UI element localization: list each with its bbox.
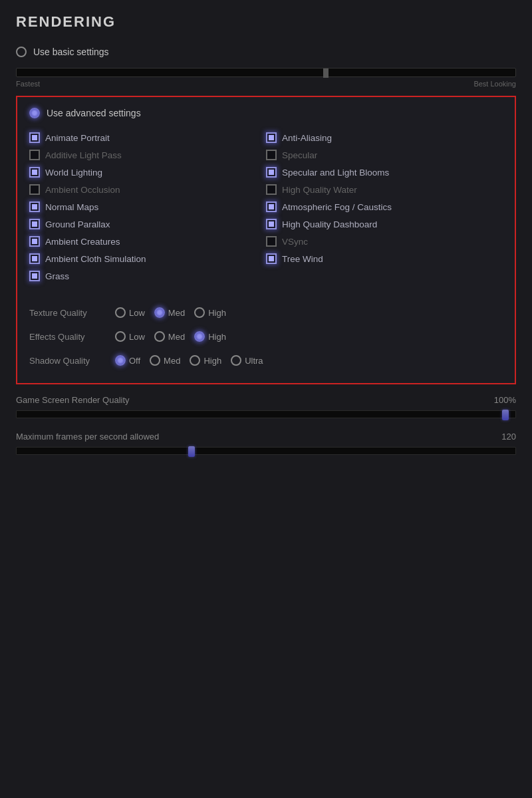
checkbox-animate-portrait[interactable]: Animate Portrait [29, 129, 266, 146]
checkbox-ambient-creatures-box[interactable] [29, 236, 40, 247]
checkbox-grass[interactable]: Grass [29, 267, 266, 285]
effects-quality-low[interactable]: Low [115, 331, 145, 342]
texture-quality-med[interactable]: Med [154, 307, 185, 318]
shadow-quality-high-radio[interactable] [190, 355, 200, 366]
shadow-quality-label: Shadow Quality [29, 356, 106, 366]
checkbox-normal-maps-box[interactable] [29, 201, 40, 212]
checkbox-ground-parallax-label: Ground Parallax [45, 219, 110, 229]
max-frames-label: Maximum frames per second allowed [16, 432, 159, 442]
checkbox-anti-aliasing-box[interactable] [266, 132, 277, 143]
texture-quality-low[interactable]: Low [115, 307, 145, 318]
texture-quality-label: Texture Quality [29, 308, 106, 318]
checkbox-additive-light-pass-box[interactable] [29, 150, 40, 160]
checkbox-grass-label: Grass [45, 271, 69, 281]
checkbox-specular-label: Specular [282, 150, 317, 160]
checkbox-hq-dashboard[interactable]: High Quality Dashboard [266, 215, 503, 233]
checkbox-animate-portrait-label: Animate Portrait [45, 133, 110, 143]
shadow-quality-med[interactable]: Med [150, 355, 180, 366]
shadow-quality-off-radio[interactable] [115, 355, 126, 366]
checkbox-specular-box[interactable] [266, 150, 277, 160]
checkbox-tree-wind[interactable]: Tree Wind [266, 250, 503, 267]
texture-quality-row: Texture Quality Low Med High [29, 301, 503, 325]
checkbox-animate-portrait-box[interactable] [29, 132, 40, 143]
effects-quality-label: Effects Quality [29, 332, 106, 342]
checkbox-normal-maps-label: Normal Maps [45, 202, 98, 212]
checkbox-hq-water-label: High Quality Water [282, 185, 357, 195]
effects-quality-high-radio[interactable] [194, 331, 205, 342]
checkbox-ground-parallax[interactable]: Ground Parallax [29, 215, 266, 233]
game-screen-render-quality-label: Game Screen Render Quality [16, 395, 130, 405]
checkbox-world-lighting[interactable]: World Lighting [29, 164, 266, 181]
shadow-quality-med-label: Med [164, 356, 180, 366]
slider-label-fastest: Fastest [16, 80, 40, 88]
max-frames-header: Maximum frames per second allowed 120 [16, 432, 516, 442]
checkbox-vsync-label: VSync [282, 237, 308, 247]
checkbox-specular[interactable]: Specular [266, 146, 503, 164]
checkbox-ambient-creatures[interactable]: Ambient Creatures [29, 233, 266, 250]
checkbox-atmospheric-fog-box[interactable] [266, 201, 277, 212]
basic-settings-row: Use basic settings [16, 47, 516, 57]
game-screen-render-quality-value: 100% [494, 395, 516, 405]
shadow-quality-ultra[interactable]: Ultra [231, 355, 263, 366]
texture-quality-high-label: High [208, 308, 226, 318]
basic-settings-label: Use basic settings [33, 47, 109, 57]
checkbox-additive-light-pass-label: Additive Light Pass [45, 150, 122, 160]
checkbox-specular-blooms[interactable]: Specular and Light Blooms [266, 164, 503, 181]
checkbox-anti-aliasing[interactable]: Anti-Aliasing [266, 129, 503, 146]
checkbox-atmospheric-fog[interactable]: Atmospheric Fog / Caustics [266, 198, 503, 215]
max-frames-value: 120 [501, 432, 516, 442]
shadow-quality-off-label: Off [129, 356, 140, 366]
checkbox-ambient-cloth-box[interactable] [29, 253, 40, 264]
shadow-quality-off[interactable]: Off [115, 355, 140, 366]
effects-quality-high[interactable]: High [194, 331, 226, 342]
effects-quality-med-label: Med [168, 332, 185, 342]
advanced-settings-header: Use advanced settings [29, 108, 503, 118]
advanced-settings-radio[interactable] [29, 108, 40, 118]
max-frames-thumb[interactable] [188, 446, 195, 457]
slider-label-best: Best Looking [473, 80, 516, 88]
checkbox-tree-wind-box[interactable] [266, 253, 277, 264]
basic-settings-slider-track[interactable] [16, 68, 516, 77]
effects-quality-med[interactable]: Med [154, 331, 185, 342]
checkbox-hq-dashboard-box[interactable] [266, 219, 277, 229]
checkbox-specular-blooms-box[interactable] [266, 167, 277, 178]
checkbox-hq-water-box[interactable] [266, 184, 277, 195]
checkbox-vsync-box[interactable] [266, 236, 277, 247]
basic-settings-slider-thumb[interactable] [323, 68, 329, 78]
checkbox-ground-parallax-box[interactable] [29, 219, 40, 229]
effects-quality-med-radio[interactable] [154, 331, 165, 342]
effects-quality-low-radio[interactable] [115, 331, 126, 342]
checkbox-ambient-occlusion-box[interactable] [29, 184, 40, 195]
texture-quality-med-radio[interactable] [154, 307, 165, 318]
advanced-settings-label: Use advanced settings [47, 108, 141, 118]
checkbox-vsync[interactable]: VSync [266, 233, 503, 250]
checkbox-hq-water[interactable]: High Quality Water [266, 181, 503, 198]
texture-quality-med-label: Med [168, 308, 185, 318]
effects-quality-row: Effects Quality Low Med High [29, 325, 503, 348]
shadow-quality-options: Off Med High Ultra [115, 355, 263, 366]
shadow-quality-row: Shadow Quality Off Med High [29, 348, 503, 372]
page-title: RENDERING [16, 13, 516, 31]
checkbox-ambient-cloth[interactable]: Ambient Cloth Simulation [29, 250, 266, 267]
game-screen-render-quality-row: Game Screen Render Quality 100% [16, 395, 516, 418]
game-screen-render-quality-slider[interactable] [16, 410, 516, 418]
texture-quality-high-radio[interactable] [194, 307, 205, 318]
shadow-quality-ultra-label: Ultra [245, 356, 263, 366]
checkbox-world-lighting-box[interactable] [29, 167, 40, 178]
checkbox-ambient-creatures-label: Ambient Creatures [45, 237, 120, 247]
basic-settings-slider-container: Fastest Best Looking [16, 68, 516, 88]
checkbox-ambient-occlusion[interactable]: Ambient Occlusion [29, 181, 266, 198]
checkbox-normal-maps[interactable]: Normal Maps [29, 198, 266, 215]
game-screen-render-quality-thumb[interactable] [502, 410, 509, 420]
checkbox-additive-light-pass[interactable]: Additive Light Pass [29, 146, 266, 164]
advanced-settings-box: Use advanced settings Animate Portrait A… [16, 96, 516, 384]
basic-settings-radio[interactable] [16, 47, 27, 57]
texture-quality-low-radio[interactable] [115, 307, 126, 318]
checkbox-grass-box[interactable] [29, 271, 40, 281]
shadow-quality-ultra-radio[interactable] [231, 355, 241, 366]
max-frames-slider[interactable] [16, 447, 516, 455]
texture-quality-high[interactable]: High [194, 307, 226, 318]
shadow-quality-med-radio[interactable] [150, 355, 160, 366]
checkboxes-grid: Animate Portrait Additive Light Pass Wor… [29, 129, 503, 285]
shadow-quality-high[interactable]: High [190, 355, 221, 366]
